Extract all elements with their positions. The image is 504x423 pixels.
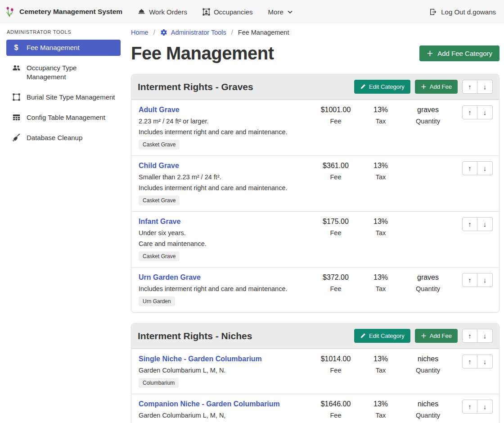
move-fee-up-button[interactable]: ↑ bbox=[462, 273, 477, 287]
pencil-icon bbox=[360, 84, 366, 90]
fee-amount-column: $372.00 Fee bbox=[311, 273, 360, 306]
breadcrumb-separator: / bbox=[231, 29, 233, 36]
fee-tax-column: 13% Tax bbox=[360, 105, 401, 150]
fee-name-link[interactable]: Single Niche - Garden Columbarium bbox=[139, 355, 262, 363]
fee-tax-column: 13% Tax bbox=[360, 399, 401, 423]
sidebar-item-label: Occupancy Type Management bbox=[27, 64, 115, 82]
page-layout: ADMINISTRATOR TOOLS $ Fee Management Occ… bbox=[0, 23, 504, 423]
title-row: Fee Management Add Fee Category bbox=[131, 43, 500, 64]
fee-reorder-controls: ↑ ↓ bbox=[455, 105, 493, 150]
move-fee-up-button[interactable]: ↑ bbox=[462, 217, 477, 231]
fee-reorder-controls: ↑ ↓ bbox=[455, 161, 493, 205]
fee-description: Under six years. bbox=[139, 229, 311, 237]
fee-reorder-controls: ↑ ↓ bbox=[455, 273, 493, 306]
plus-icon bbox=[421, 84, 427, 90]
nav-more[interactable]: More bbox=[268, 8, 293, 16]
category-card-graves: Interment Rights - Graves Edit Category … bbox=[131, 74, 500, 313]
fee-name-link[interactable]: Infant Grave bbox=[139, 218, 180, 226]
category-title: Interment Rights - Niches bbox=[138, 331, 354, 341]
move-fee-down-button[interactable]: ↓ bbox=[477, 161, 493, 175]
breadcrumb-admin-tools[interactable]: Administrator Tools bbox=[160, 29, 226, 36]
sidebar-heading: ADMINISTRATOR TOOLS bbox=[7, 29, 121, 35]
fee-name-link[interactable]: Adult Grave bbox=[139, 106, 180, 114]
fee-amount-column: $1014.00 Fee bbox=[311, 354, 360, 388]
sidebar-item-burial-site-type[interactable]: Burial Site Type Management bbox=[6, 89, 121, 105]
category-title: Interment Rights - Graves bbox=[138, 82, 354, 92]
logout-label: Log Out d.gowans bbox=[441, 8, 496, 16]
fee-row: Urn Garden Grave Includes interment righ… bbox=[131, 267, 499, 312]
sidebar-item-database-cleanup[interactable]: Database Cleanup bbox=[6, 130, 121, 146]
nav-more-label: More bbox=[268, 8, 284, 16]
fee-description: Includes interment right and care and ma… bbox=[139, 184, 311, 191]
breadcrumb: Home / Administrator Tools / Fee Managem… bbox=[131, 29, 500, 36]
app-title: Cemetery Management System bbox=[19, 8, 122, 16]
app-brand[interactable]: Cemetery Management System bbox=[5, 6, 122, 17]
move-fee-down-button[interactable]: ↓ bbox=[477, 400, 493, 414]
move-fee-down-button[interactable]: ↓ bbox=[477, 105, 493, 119]
fee-row: Infant Grave Under six years. Care and m… bbox=[131, 211, 499, 267]
pencil-icon bbox=[360, 333, 366, 339]
fee-name-link[interactable]: Child Grave bbox=[139, 162, 179, 170]
fee-main: Infant Grave Under six years. Care and m… bbox=[139, 217, 311, 261]
add-fee-button[interactable]: Add Fee bbox=[415, 80, 458, 94]
fee-description: Includes interment right and care and ma… bbox=[139, 285, 311, 292]
fee-quantity-column: niches Quantity bbox=[401, 399, 455, 423]
hard-hat-icon bbox=[138, 8, 145, 16]
sidebar: ADMINISTRATOR TOOLS $ Fee Management Occ… bbox=[0, 23, 126, 423]
move-fee-down-button[interactable]: ↓ bbox=[477, 217, 493, 231]
move-fee-up-button[interactable]: ↑ bbox=[462, 105, 477, 119]
fee-quantity-column: graves Quantity bbox=[401, 105, 455, 150]
fee-tax-column: 13% Tax bbox=[360, 354, 401, 388]
move-category-down-button[interactable]: ↓ bbox=[477, 80, 493, 94]
tulip-logo-icon bbox=[5, 6, 15, 17]
fee-quantity-column bbox=[401, 217, 455, 261]
category-header: Interment Rights - Niches Edit Category … bbox=[131, 323, 499, 349]
category-reorder-controls: ↑ ↓ bbox=[462, 80, 493, 94]
fee-name-link[interactable]: Urn Garden Grave bbox=[139, 273, 201, 282]
plus-icon bbox=[427, 50, 433, 57]
fee-description: Garden Columbarium L, M, N, bbox=[139, 412, 311, 419]
fee-description: Garden Columbarium L, M, N. bbox=[139, 367, 311, 374]
sidebar-item-label: Fee Management bbox=[27, 43, 80, 52]
fee-type-badge: Columbarium bbox=[139, 378, 179, 388]
move-fee-down-button[interactable]: ↓ bbox=[477, 273, 493, 287]
move-fee-down-button[interactable]: ↓ bbox=[477, 355, 493, 368]
logout-button[interactable]: Log Out d.gowans bbox=[429, 8, 496, 16]
edit-category-button[interactable]: Edit Category bbox=[354, 80, 410, 94]
fee-tax-column: 13% Tax bbox=[360, 161, 401, 205]
nav-work-orders-label: Work Orders bbox=[149, 8, 187, 16]
nav-occupancies-label: Occupancies bbox=[214, 8, 253, 16]
fee-main: Child Grave Smaller than 2.23 m² / 24 ft… bbox=[139, 161, 311, 205]
breadcrumb-separator: / bbox=[153, 29, 155, 36]
move-fee-up-button[interactable]: ↑ bbox=[462, 161, 477, 175]
people-icon bbox=[12, 64, 21, 72]
top-navbar: Cemetery Management System Work Orders O bbox=[0, 0, 504, 23]
sidebar-item-config-table[interactable]: Config Table Management bbox=[6, 109, 121, 126]
plus-icon bbox=[421, 333, 427, 339]
move-category-up-button[interactable]: ↑ bbox=[462, 80, 477, 94]
fee-type-badge: Casket Grave bbox=[139, 196, 180, 205]
move-category-down-button[interactable]: ↓ bbox=[477, 329, 493, 343]
dollar-icon: $ bbox=[12, 44, 21, 52]
fee-name-link[interactable]: Companion Niche - Garden Columbarium bbox=[139, 400, 280, 408]
add-fee-button[interactable]: Add Fee bbox=[415, 329, 458, 343]
move-fee-up-button[interactable]: ↑ bbox=[462, 400, 477, 414]
move-category-up-button[interactable]: ↑ bbox=[462, 329, 477, 343]
table-icon bbox=[12, 114, 21, 121]
move-fee-up-button[interactable]: ↑ bbox=[462, 355, 477, 368]
person-bounding-box-icon bbox=[202, 8, 210, 16]
sidebar-item-label: Config Table Management bbox=[27, 113, 105, 122]
broom-icon bbox=[12, 134, 21, 141]
breadcrumb-home[interactable]: Home bbox=[131, 29, 148, 36]
category-header: Interment Rights - Graves Edit Category … bbox=[131, 74, 499, 100]
nav-work-orders[interactable]: Work Orders bbox=[138, 8, 187, 16]
sidebar-item-fee-management[interactable]: $ Fee Management bbox=[6, 40, 121, 56]
sidebar-item-occupancy-type[interactable]: Occupancy Type Management bbox=[6, 60, 121, 85]
sidebar-item-label: Burial Site Type Management bbox=[27, 93, 115, 102]
add-fee-category-button[interactable]: Add Fee Category bbox=[419, 45, 500, 61]
fee-description: Smaller than 2.23 m² / 24 ft². bbox=[139, 173, 311, 181]
fee-description: 2.23 m² / 24 ft² or larger. bbox=[139, 118, 311, 125]
nav-occupancies[interactable]: Occupancies bbox=[202, 8, 253, 16]
edit-category-button[interactable]: Edit Category bbox=[354, 329, 410, 343]
fee-quantity-column: niches Quantity bbox=[401, 354, 455, 388]
